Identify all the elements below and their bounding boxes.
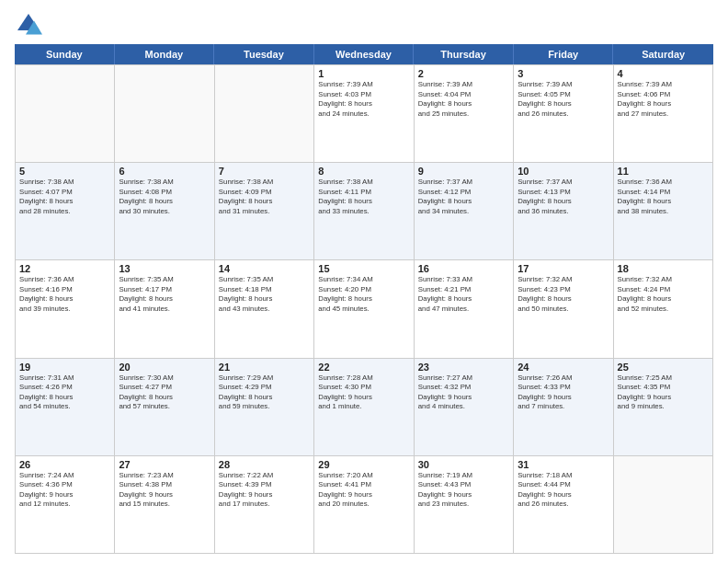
calendar-cell: 13Sunrise: 7:35 AM Sunset: 4:17 PM Dayli… bbox=[115, 260, 214, 358]
day-number: 11 bbox=[618, 166, 709, 177]
calendar-cell: 6Sunrise: 7:38 AM Sunset: 4:08 PM Daylig… bbox=[115, 163, 214, 260]
day-number: 18 bbox=[618, 263, 709, 274]
calendar-cell: 23Sunrise: 7:27 AM Sunset: 4:32 PM Dayli… bbox=[415, 359, 514, 456]
day-info: Sunrise: 7:24 AM Sunset: 4:36 PM Dayligh… bbox=[19, 471, 110, 510]
calendar-cell: 8Sunrise: 7:38 AM Sunset: 4:11 PM Daylig… bbox=[314, 163, 414, 260]
day-info: Sunrise: 7:26 AM Sunset: 4:33 PM Dayligh… bbox=[518, 373, 609, 412]
calendar-cell: 21Sunrise: 7:29 AM Sunset: 4:29 PM Dayli… bbox=[215, 359, 314, 456]
calendar-row-2: 12Sunrise: 7:36 AM Sunset: 4:16 PM Dayli… bbox=[16, 260, 713, 358]
calendar-cell: 24Sunrise: 7:26 AM Sunset: 4:33 PM Dayli… bbox=[514, 359, 613, 456]
day-info: Sunrise: 7:38 AM Sunset: 4:08 PM Dayligh… bbox=[119, 178, 210, 216]
day-number: 21 bbox=[219, 362, 310, 373]
calendar-header: SundayMondayTuesdayWednesdayThursdayFrid… bbox=[15, 44, 713, 64]
weekday-header-saturday: Saturday bbox=[613, 44, 713, 64]
calendar-cell: 20Sunrise: 7:30 AM Sunset: 4:27 PM Dayli… bbox=[115, 359, 214, 456]
day-info: Sunrise: 7:18 AM Sunset: 4:44 PM Dayligh… bbox=[518, 471, 609, 510]
day-info: Sunrise: 7:20 AM Sunset: 4:41 PM Dayligh… bbox=[318, 471, 409, 510]
calendar-cell: 14Sunrise: 7:35 AM Sunset: 4:18 PM Dayli… bbox=[215, 260, 314, 358]
calendar-row-0: 1Sunrise: 7:39 AM Sunset: 4:03 PM Daylig… bbox=[16, 65, 713, 163]
day-info: Sunrise: 7:22 AM Sunset: 4:39 PM Dayligh… bbox=[219, 471, 310, 510]
day-info: Sunrise: 7:29 AM Sunset: 4:29 PM Dayligh… bbox=[219, 373, 310, 412]
day-number: 22 bbox=[318, 362, 409, 373]
calendar-cell: 17Sunrise: 7:32 AM Sunset: 4:23 PM Dayli… bbox=[514, 260, 613, 358]
day-number: 6 bbox=[119, 166, 210, 177]
calendar-cell: 25Sunrise: 7:25 AM Sunset: 4:35 PM Dayli… bbox=[614, 359, 713, 456]
day-info: Sunrise: 7:37 AM Sunset: 4:13 PM Dayligh… bbox=[518, 178, 609, 216]
day-info: Sunrise: 7:25 AM Sunset: 4:35 PM Dayligh… bbox=[618, 373, 709, 412]
day-info: Sunrise: 7:39 AM Sunset: 4:05 PM Dayligh… bbox=[518, 80, 609, 119]
weekday-header-tuesday: Tuesday bbox=[214, 44, 314, 64]
calendar-cell: 19Sunrise: 7:31 AM Sunset: 4:26 PM Dayli… bbox=[16, 359, 115, 456]
day-number: 28 bbox=[219, 459, 310, 470]
day-info: Sunrise: 7:39 AM Sunset: 4:04 PM Dayligh… bbox=[418, 80, 509, 119]
day-number: 29 bbox=[318, 459, 409, 470]
calendar-cell: 11Sunrise: 7:36 AM Sunset: 4:14 PM Dayli… bbox=[614, 163, 713, 260]
day-info: Sunrise: 7:39 AM Sunset: 4:06 PM Dayligh… bbox=[618, 80, 709, 119]
day-number: 25 bbox=[618, 362, 709, 373]
calendar-cell: 12Sunrise: 7:36 AM Sunset: 4:16 PM Dayli… bbox=[16, 260, 115, 358]
day-number: 31 bbox=[518, 459, 609, 470]
calendar-cell: 31Sunrise: 7:18 AM Sunset: 4:44 PM Dayli… bbox=[514, 456, 613, 554]
day-number: 14 bbox=[219, 263, 310, 274]
calendar-cell: 5Sunrise: 7:38 AM Sunset: 4:07 PM Daylig… bbox=[16, 163, 115, 260]
calendar-cell: 30Sunrise: 7:19 AM Sunset: 4:43 PM Dayli… bbox=[415, 456, 514, 554]
day-number: 26 bbox=[19, 459, 110, 470]
day-number: 23 bbox=[418, 362, 509, 373]
calendar-cell: 15Sunrise: 7:34 AM Sunset: 4:20 PM Dayli… bbox=[314, 260, 414, 358]
calendar-row-4: 26Sunrise: 7:24 AM Sunset: 4:36 PM Dayli… bbox=[16, 456, 713, 554]
day-number: 13 bbox=[119, 263, 210, 274]
calendar-cell: 7Sunrise: 7:38 AM Sunset: 4:09 PM Daylig… bbox=[215, 163, 314, 260]
day-info: Sunrise: 7:33 AM Sunset: 4:21 PM Dayligh… bbox=[418, 275, 509, 314]
weekday-header-wednesday: Wednesday bbox=[314, 44, 415, 64]
day-info: Sunrise: 7:27 AM Sunset: 4:32 PM Dayligh… bbox=[418, 373, 509, 412]
day-info: Sunrise: 7:36 AM Sunset: 4:16 PM Dayligh… bbox=[19, 275, 110, 314]
calendar-cell: 26Sunrise: 7:24 AM Sunset: 4:36 PM Dayli… bbox=[16, 456, 115, 554]
weekday-header-thursday: Thursday bbox=[414, 44, 514, 64]
header bbox=[15, 11, 713, 39]
calendar-body: 1Sunrise: 7:39 AM Sunset: 4:03 PM Daylig… bbox=[15, 64, 713, 554]
calendar-cell: 3Sunrise: 7:39 AM Sunset: 4:05 PM Daylig… bbox=[514, 65, 613, 163]
day-number: 2 bbox=[418, 68, 509, 79]
day-number: 10 bbox=[518, 166, 609, 177]
day-number: 4 bbox=[618, 68, 709, 79]
day-number: 15 bbox=[318, 263, 409, 274]
calendar-row-3: 19Sunrise: 7:31 AM Sunset: 4:26 PM Dayli… bbox=[16, 359, 713, 456]
day-number: 12 bbox=[19, 263, 110, 274]
day-info: Sunrise: 7:23 AM Sunset: 4:38 PM Dayligh… bbox=[119, 471, 210, 510]
day-info: Sunrise: 7:34 AM Sunset: 4:20 PM Dayligh… bbox=[318, 275, 409, 314]
day-number: 9 bbox=[418, 166, 509, 177]
calendar-cell: 22Sunrise: 7:28 AM Sunset: 4:30 PM Dayli… bbox=[314, 359, 414, 456]
calendar-cell: 18Sunrise: 7:32 AM Sunset: 4:24 PM Dayli… bbox=[614, 260, 713, 358]
calendar-cell: 9Sunrise: 7:37 AM Sunset: 4:12 PM Daylig… bbox=[415, 163, 514, 260]
day-info: Sunrise: 7:31 AM Sunset: 4:26 PM Dayligh… bbox=[19, 373, 110, 412]
day-info: Sunrise: 7:35 AM Sunset: 4:18 PM Dayligh… bbox=[219, 275, 310, 314]
day-number: 1 bbox=[318, 68, 409, 79]
day-info: Sunrise: 7:28 AM Sunset: 4:30 PM Dayligh… bbox=[318, 373, 409, 412]
day-info: Sunrise: 7:38 AM Sunset: 4:09 PM Dayligh… bbox=[219, 178, 310, 216]
day-info: Sunrise: 7:37 AM Sunset: 4:12 PM Dayligh… bbox=[418, 178, 509, 216]
weekday-header-monday: Monday bbox=[115, 44, 215, 64]
calendar-cell: 2Sunrise: 7:39 AM Sunset: 4:04 PM Daylig… bbox=[415, 65, 514, 163]
day-number: 16 bbox=[418, 263, 509, 274]
day-number: 3 bbox=[518, 68, 609, 79]
calendar: SundayMondayTuesdayWednesdayThursdayFrid… bbox=[15, 44, 713, 554]
day-info: Sunrise: 7:38 AM Sunset: 4:07 PM Dayligh… bbox=[19, 178, 110, 216]
calendar-cell: 16Sunrise: 7:33 AM Sunset: 4:21 PM Dayli… bbox=[415, 260, 514, 358]
calendar-cell bbox=[614, 456, 713, 554]
logo-icon bbox=[15, 11, 42, 39]
weekday-header-friday: Friday bbox=[514, 44, 614, 64]
calendar-cell bbox=[115, 65, 214, 163]
page: SundayMondayTuesdayWednesdayThursdayFrid… bbox=[0, 0, 728, 563]
calendar-row-1: 5Sunrise: 7:38 AM Sunset: 4:07 PM Daylig… bbox=[16, 163, 713, 260]
calendar-cell: 29Sunrise: 7:20 AM Sunset: 4:41 PM Dayli… bbox=[314, 456, 414, 554]
day-number: 27 bbox=[119, 459, 210, 470]
day-number: 5 bbox=[19, 166, 110, 177]
day-number: 17 bbox=[518, 263, 609, 274]
day-info: Sunrise: 7:35 AM Sunset: 4:17 PM Dayligh… bbox=[119, 275, 210, 314]
day-info: Sunrise: 7:19 AM Sunset: 4:43 PM Dayligh… bbox=[418, 471, 509, 510]
day-number: 8 bbox=[318, 166, 409, 177]
calendar-cell bbox=[16, 65, 115, 163]
day-info: Sunrise: 7:38 AM Sunset: 4:11 PM Dayligh… bbox=[318, 178, 409, 216]
day-number: 7 bbox=[219, 166, 310, 177]
day-info: Sunrise: 7:30 AM Sunset: 4:27 PM Dayligh… bbox=[119, 373, 210, 412]
